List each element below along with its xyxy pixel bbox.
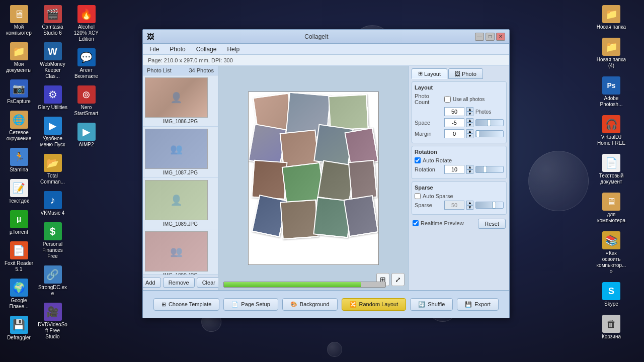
sparse-value-row: Sparse ▲ ▼ <box>415 201 504 210</box>
desktop-icon-strongdc[interactable]: 🔗 StrongDC.exe <box>36 263 69 299</box>
auto-rotate-checkbox[interactable] <box>415 157 421 163</box>
desktop-icon-tekstovyi-dok[interactable]: 📄 Текстовый документ <box>595 151 628 188</box>
desktop-icon-foxit[interactable]: 📄 Foxit Reader 5.1 <box>3 239 35 275</box>
export-button[interactable]: 💾 Export <box>457 298 499 311</box>
random-layout-button[interactable]: 🔀 Random Layout <box>342 298 407 311</box>
space-down[interactable]: ▼ <box>466 123 473 127</box>
fullscreen-icon[interactable]: ⤢ <box>391 273 405 286</box>
desktop-icon-google-earth[interactable]: 🌍 Google Плане... <box>3 276 35 312</box>
desktop-icon-skype[interactable]: S Skype <box>595 280 628 310</box>
desktop-icon-kak-osvoit[interactable]: 📚 «Как освоить компьютор...» <box>595 229 628 277</box>
photo-thumb-label-2: IMG_1087.JPG <box>145 169 216 175</box>
desktop-icon-alcohol[interactable]: 🔥 Alcohol 120% XCY Edition <box>70 3 103 45</box>
desktop-icon-udobnoe-menu[interactable]: ▶ Удобное меню Пуск <box>36 114 69 150</box>
collage-photo <box>251 159 287 200</box>
desktop-icon-glary[interactable]: ⚙ Glary Utilities <box>36 83 69 113</box>
auto-sparse-label[interactable]: Auto Sparse <box>423 193 453 199</box>
menu-photo[interactable]: Photo <box>166 45 189 54</box>
desktop-icon-aimp2[interactable]: ▶ AIMP2 <box>70 120 103 150</box>
desktop-icon-setevoe[interactable]: 🌐 Сетевое окружение <box>3 108 35 144</box>
desktop-icon-camtasia[interactable]: 🎬 Camtasia Studio 6 <box>36 3 69 39</box>
space-label: Space <box>415 120 442 126</box>
layout-settings-group: Layout Photo Count Use all photos ▲ ▼ Ph… <box>412 81 507 143</box>
remove-button[interactable]: Remove <box>163 278 195 288</box>
desktop-icon-novaya-papka-1[interactable]: 📁 Новая папка <box>595 3 628 33</box>
desktop-icon-fscapture[interactable]: 📷 FsCapture <box>3 77 35 107</box>
photo-count-up[interactable]: ▲ <box>466 107 473 112</box>
desktop-icon-personal-finances[interactable]: $ Personal Finances Free <box>36 220 69 262</box>
margin-slider[interactable] <box>475 130 504 137</box>
progress-bar-container <box>223 282 386 288</box>
sparse-slider-thumb <box>492 202 496 209</box>
margin-spinner: ▲ ▼ <box>466 129 473 138</box>
desktop-icon-korzina[interactable]: 🗑 Корзина <box>595 312 628 342</box>
tab-photo[interactable]: 🖼 Photo <box>448 68 483 79</box>
space-slider[interactable] <box>475 119 504 126</box>
margin-input[interactable] <box>444 129 464 138</box>
space-up[interactable]: ▲ <box>466 118 473 123</box>
minimize-button[interactable]: — <box>475 33 484 41</box>
desktop-icon-dlya-kompyutera[interactable]: 🖥 для компьютера <box>595 190 628 226</box>
desktop-icon-novaya-papka-4[interactable]: 📁 Новая папка (4) <box>595 35 628 71</box>
auto-rotate-label[interactable]: Auto Rotate <box>423 157 452 163</box>
desktop-icon-defraggler[interactable]: 💾 Defraggler <box>3 313 35 343</box>
desktop-icon-moy-kompyuter[interactable]: 🖥 Мой компьютер <box>3 3 35 39</box>
desktop-icon-dvdvideosoft[interactable]: 🎥 DVDVideoSoft Free Studio <box>36 300 69 342</box>
auto-sparse-checkbox[interactable] <box>415 193 421 199</box>
desktop-icon-nero[interactable]: ⊚ Nero StartSmart <box>70 83 103 119</box>
menu-file[interactable]: File <box>145 45 163 54</box>
desktop-icon-total-commander[interactable]: 📂 Total Comman... <box>36 151 69 188</box>
close-button[interactable]: ✕ <box>496 33 505 41</box>
photo-thumb-item[interactable]: 👥 IMG_1090.JPG <box>143 229 218 275</box>
desktop-icon-webmoney[interactable]: W WebMoney Keeper Clas... <box>36 40 69 82</box>
photo-count-input[interactable] <box>444 107 464 116</box>
use-all-photos-label[interactable]: Use all photos <box>453 97 485 102</box>
clear-button[interactable]: Clear <box>197 278 221 288</box>
realtime-preview-checkbox[interactable] <box>413 220 419 226</box>
photo-thumb-item[interactable]: 👤 IMG_1089.JPG <box>143 178 218 229</box>
rotation-input[interactable] <box>444 165 464 174</box>
desktop-icon-virtualdj[interactable]: 🎧 VirtualDJ Home FREE <box>595 113 628 149</box>
page-setup-button[interactable]: 📄 Page Setup <box>223 298 278 311</box>
menu-collage[interactable]: Collage <box>192 45 221 54</box>
sparse-group-title: Sparse <box>415 185 504 191</box>
desktop-icon-photoshop[interactable]: Ps Adobe Photosh... <box>595 74 628 110</box>
layout-group-title: Layout <box>415 84 504 90</box>
rotation-slider[interactable] <box>475 166 504 173</box>
photo-thumb-2: 👥 <box>145 129 208 169</box>
menu-help[interactable]: Help <box>223 45 244 54</box>
photo-list-scroll[interactable]: 👤 IMG_1086.JPG 👥 IMG_1087.JPG 👤 IMG_1089… <box>143 75 218 275</box>
desktop-icon-stamina[interactable]: 🏃 Stamina <box>3 145 35 175</box>
background-button[interactable]: 🎨 Background <box>282 298 338 311</box>
reset-button[interactable]: Reset <box>478 219 506 229</box>
sparse-up[interactable]: ▲ <box>466 201 473 205</box>
photo-thumb-label-3: IMG_1089.JPG <box>145 220 216 227</box>
layout-tab-icon: ⊞ <box>418 70 423 77</box>
sparse-down[interactable]: ▼ <box>466 205 473 210</box>
tab-layout[interactable]: ⊞ Layout <box>412 68 447 79</box>
margin-up[interactable]: ▲ <box>466 129 473 134</box>
margin-down[interactable]: ▼ <box>466 134 473 138</box>
photo-thumb-item[interactable]: 👤 IMG_1086.JPG <box>143 75 218 127</box>
photo-thumb-item[interactable]: 👥 IMG_1087.JPG <box>143 127 218 178</box>
desktop-icon-utorrent[interactable]: µ µTorrent <box>3 208 35 238</box>
realtime-preview-row: Realtime Preview <box>413 220 464 226</box>
desktop-icon-vkmusic[interactable]: ♪ VKMusic 4 <box>36 189 69 219</box>
choose-template-button[interactable]: ⊞ Choose Template <box>153 298 219 311</box>
restore-button[interactable]: □ <box>486 33 495 41</box>
shuffle-button[interactable]: 🔄 Shuffle <box>410 298 453 311</box>
use-all-photos-checkbox[interactable] <box>444 96 451 103</box>
photo-count-down[interactable]: ▼ <box>466 112 473 116</box>
space-input[interactable] <box>444 118 464 127</box>
collageit-window: 🖼 CollageIt — □ ✕ File Photo Collage Hel… <box>142 29 510 318</box>
add-button[interactable]: Add <box>143 278 161 288</box>
photos-label: Photos <box>475 109 491 115</box>
desktop-icon-tekstdok[interactable]: 📝 текстдок <box>3 176 35 207</box>
desktop-icon-agent-vk[interactable]: 💬 Агент Вконтакте <box>70 46 103 82</box>
rotation-down[interactable]: ▼ <box>466 169 473 174</box>
sparse-slider[interactable] <box>475 202 504 209</box>
rotation-up[interactable]: ▲ <box>466 165 473 169</box>
desktop-icon-moi-dokumenty[interactable]: 📁 Мои документы <box>3 40 35 76</box>
realtime-preview-label[interactable]: Realtime Preview <box>421 220 464 226</box>
collage-canvas[interactable] <box>248 92 379 265</box>
